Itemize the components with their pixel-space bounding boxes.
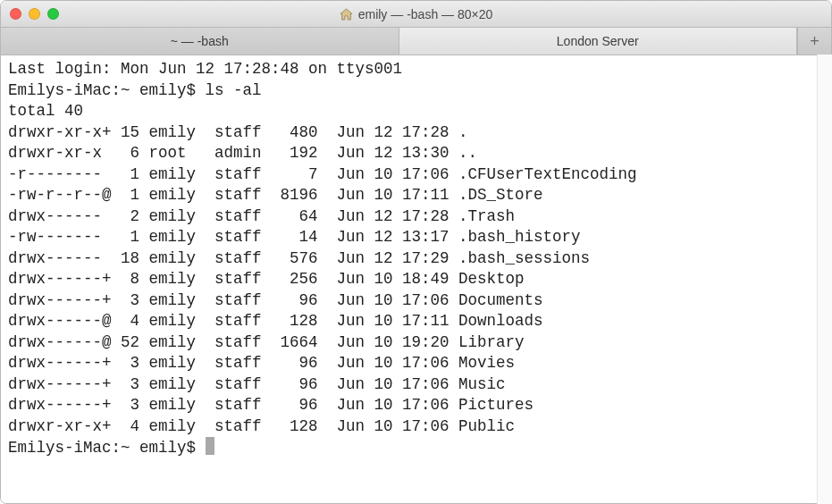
new-tab-button[interactable]: +	[797, 28, 831, 55]
minimize-icon[interactable]	[29, 8, 40, 20]
window-title: emily — -bash — 80×20	[1, 7, 831, 21]
tab-london-server[interactable]: London Server	[399, 28, 798, 55]
close-icon[interactable]	[10, 8, 21, 20]
home-icon	[340, 8, 353, 21]
terminal-cursor	[206, 437, 215, 455]
scrollbar[interactable]	[817, 55, 832, 504]
zoom-icon[interactable]	[47, 8, 59, 20]
plus-icon: +	[810, 32, 819, 51]
terminal-output[interactable]: Last login: Mon Jun 12 17:28:48 on ttys0…	[1, 55, 831, 503]
tab-bar: ~ — -bash London Server +	[1, 28, 831, 55]
window-title-text: emily — -bash — 80×20	[358, 7, 493, 21]
tab-bash[interactable]: ~ — -bash	[1, 28, 399, 55]
tab-label: London Server	[557, 34, 639, 48]
tab-label: ~ — -bash	[171, 34, 229, 48]
titlebar[interactable]: emily — -bash — 80×20	[1, 1, 831, 28]
traffic-lights	[10, 8, 59, 20]
terminal-window: emily — -bash — 80×20 ~ — -bash London S…	[0, 0, 832, 504]
